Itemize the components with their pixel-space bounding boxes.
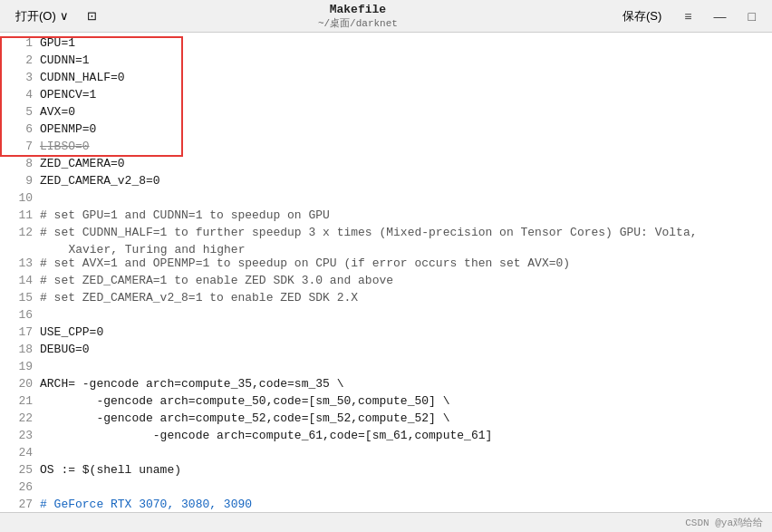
code-editor[interactable]: 1 GPU=1 2 CUDNN=1 3 CUDNN_HALF=0 4 OPENC… [0,33,772,512]
line-num-26: 26 [7,480,33,494]
line-num-4: 4 [7,88,33,102]
code-line-20: 20 ARCH= -gencode arch=compute_35,code=s… [0,377,772,394]
code-line-27: 27 # GeForce RTX 3070, 3080, 3090 [0,498,772,512]
code-line-18: 18 DEBUG=0 [0,343,772,360]
open-label: 打开(O) [15,8,56,24]
line-text-7: LIBSO=0 [40,140,765,153]
code-line-3: 3 CUDNN_HALF=0 [0,71,772,88]
credit-text: CSDN @ya鸡给给 [685,516,763,529]
line-num-22: 22 [7,411,33,425]
code-line-17: 17 USE_CPP=0 [0,325,772,343]
line-text-4: OPENCV=1 [40,88,765,102]
save-button[interactable]: 保存(S) [613,5,671,28]
line-num-20: 20 [7,377,33,391]
line-text-18: DEBUG=0 [40,343,765,356]
code-line-4: 4 OPENCV=1 [0,88,772,105]
code-line-9: 9 ZED_CAMERA_v2_8=0 [0,174,772,191]
line-text-15: # set ZED_CAMERA_v2_8=1 to enable ZED SD… [40,291,765,305]
line-text-23: -gencode arch=compute_61,code=[sm_61,com… [40,429,765,442]
titlebar: 打开(O) ∨ ⊡ Makefile ~/桌面/darknet 保存(S) ≡ … [0,0,772,33]
open-arrow-icon: ∨ [60,9,69,23]
line-text-9: ZED_CAMERA_v2_8=0 [40,174,765,188]
code-line-19: 19 [0,360,772,377]
line-text-21: -gencode arch=compute_50,code=[sm_50,com… [40,394,765,408]
code-line-21: 21 -gencode arch=compute_50,code=[sm_50,… [0,394,772,411]
maximize-button[interactable]: □ [739,6,765,26]
code-line-26: 26 [0,480,772,498]
line-num-27: 27 [7,498,33,511]
line-text-3: CUDNN_HALF=0 [40,71,765,84]
line-num-14: 14 [7,274,33,287]
code-line-15: 15 # set ZED_CAMERA_v2_8=1 to enable ZED… [0,291,772,308]
code-line-6: 6 OPENMP=0 [0,122,772,140]
code-line-11: 11 # set GPU=1 and CUDNN=1 to speedup on… [0,208,772,226]
line-num-11: 11 [7,208,33,222]
line-num-10: 10 [7,191,33,205]
maximize-icon: □ [748,9,756,24]
line-text-25: OS := $(shell uname) [40,463,765,477]
code-line-1: 1 GPU=1 [0,36,772,53]
line-text-27: # GeForce RTX 3070, 3080, 3090 [40,498,765,511]
menu-icon-button[interactable]: ≡ [675,6,700,26]
line-num-13: 13 [7,256,33,270]
line-num-18: 18 [7,343,33,356]
line-text-20: ARCH= -gencode arch=compute_35,code=sm_3… [40,377,765,391]
open-menu-button[interactable]: 打开(O) ∨ [7,5,77,28]
code-line-23: 23 -gencode arch=compute_61,code=[sm_61,… [0,429,772,446]
filename: Makefile [103,3,613,16]
line-num-6: 6 [7,122,33,136]
code-line-8: 8 ZED_CAMERA=0 [0,157,772,174]
line-num-1: 1 [7,36,33,50]
pin-icon: ⊡ [87,9,97,23]
minimize-button[interactable]: — [705,6,736,26]
titlebar-center: Makefile ~/桌面/darknet [103,3,613,30]
line-text-8: ZED_CAMERA=0 [40,157,765,170]
code-line-7: 7 LIBSO=0 [0,140,772,157]
line-num-23: 23 [7,429,33,442]
code-line-12: 12 # set CUDNN_HALF=1 to further speedup… [0,226,772,243]
code-line-13: 13 # set AVX=1 and OPENMP=1 to speedup o… [0,256,772,274]
line-text-17: USE_CPP=0 [40,325,765,339]
line-text-13: # set AVX=1 and OPENMP=1 to speedup on C… [40,256,765,270]
line-text-22: -gencode arch=compute_52,code=[sm_52,com… [40,411,765,425]
code-line-5: 5 AVX=0 [0,105,772,122]
line-num-12: 12 [7,226,33,239]
titlebar-left: 打开(O) ∨ ⊡ [7,5,103,28]
hamburger-icon: ≡ [684,9,691,24]
code-line-10: 10 [0,191,772,208]
line-num-9: 9 [7,174,33,188]
code-line-2: 2 CUDNN=1 [0,53,772,71]
line-num-5: 5 [7,105,33,119]
line-num-19: 19 [7,360,33,373]
code-line-25: 25 OS := $(shell uname) [0,463,772,480]
line-text-2: CUDNN=1 [40,53,765,67]
line-num-25: 25 [7,463,33,477]
line-text-5: AVX=0 [40,105,765,119]
line-text-14: # set ZED_CAMERA=1 to enable ZED SDK 3.0… [40,274,765,287]
code-line-12-wrap: Xavier, Turing and higher [0,243,772,256]
line-num-3: 3 [7,71,33,84]
line-num-7: 7 [7,140,33,153]
line-text-11: # set GPU=1 and CUDNN=1 to speedup on GP… [40,208,765,222]
line-num-17: 17 [7,325,33,339]
code-line-14: 14 # set ZED_CAMERA=1 to enable ZED SDK … [0,274,772,291]
bottombar: CSDN @ya鸡给给 [0,512,772,532]
line-text-1: GPU=1 [40,36,765,50]
line-num-8: 8 [7,157,33,170]
line-num-16: 16 [7,308,33,322]
code-line-16: 16 [0,308,772,325]
line-num-15: 15 [7,291,33,305]
line-text-6: OPENMP=0 [40,122,765,136]
titlebar-right: 保存(S) ≡ — □ [613,5,765,28]
code-line-24: 24 [0,446,772,463]
line-text-12-wrap: Xavier, Turing and higher [7,243,245,256]
filepath: ~/桌面/darknet [103,16,613,30]
line-text-12: # set CUDNN_HALF=1 to further speedup 3 … [40,226,765,239]
code-content[interactable]: 1 GPU=1 2 CUDNN=1 3 CUDNN_HALF=0 4 OPENC… [0,33,772,512]
code-line-22: 22 -gencode arch=compute_52,code=[sm_52,… [0,411,772,429]
line-num-2: 2 [7,53,33,67]
line-num-24: 24 [7,446,33,459]
pin-button[interactable]: ⊡ [81,5,103,26]
line-num-21: 21 [7,394,33,408]
minimize-icon: — [714,9,727,24]
